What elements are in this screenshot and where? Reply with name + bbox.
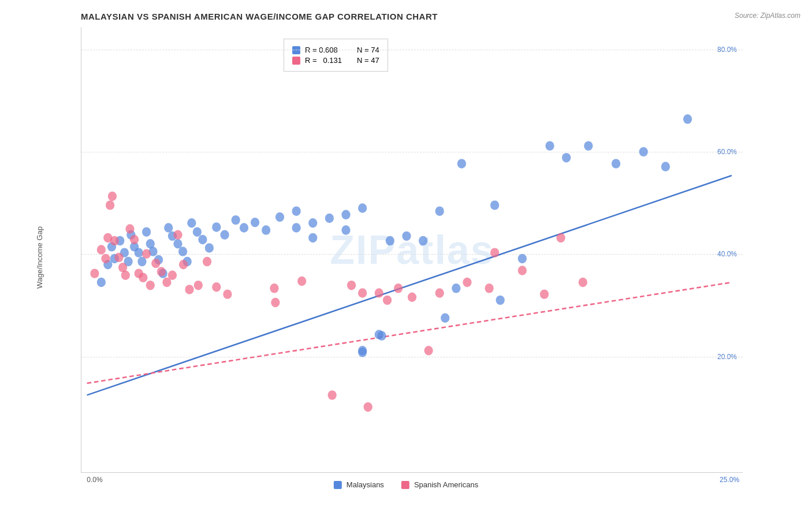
blue-dot [325,214,334,223]
pink-dot [364,402,373,412]
pink-dot [179,260,188,269]
blue-dot [212,222,221,232]
blue-dot [496,296,505,305]
legend-item-malaysians: Malaysians [334,480,384,489]
blue-dot [187,218,196,227]
pink-dot [394,283,403,293]
pink-dot [139,273,147,282]
pink-dot [223,289,232,298]
blue-dot [402,232,411,241]
blue-dot [97,278,106,287]
pink-dot [328,390,337,400]
blue-dot [220,230,229,240]
pink-dot [212,282,221,292]
blue-dot [308,218,317,227]
blue-dot [292,206,300,215]
pink-dot [101,254,110,263]
blue-dot [142,227,151,236]
blue-dot [198,235,207,244]
blue-dot [419,236,427,245]
pink-dot [435,288,444,297]
pink-dot [271,298,280,307]
x-tick-25: 25.0% [720,476,739,484]
pink-dot [110,236,119,245]
pink-dot [97,245,106,254]
pink-dot [106,200,114,210]
blue-dot [232,215,240,225]
blue-dot [308,233,317,242]
pink-dot [151,259,160,268]
pink-dot [556,233,565,242]
blue-dot [386,236,394,245]
blue-dot [178,247,187,256]
blue-dot [341,225,350,234]
pink-dot [485,283,493,293]
y-axis-label: Wage/Income Gap [35,226,44,289]
blue-dot [639,147,648,156]
blue-dot [683,114,692,124]
pink-dot [157,267,166,276]
pink-dot [168,270,177,279]
pink-dot [297,277,306,286]
chart-title: MALAYSIAN VS SPANISH AMERICAN WAGE/INCOM… [46,12,766,21]
blue-dot [435,206,444,215]
blue-dot [135,248,143,257]
bottom-legend: Malaysians Spanish Americans [334,480,478,489]
pink-dot [90,268,99,278]
blue-dot [262,225,270,234]
pink-dot [121,270,130,279]
legend-label-spanish-americans: Spanish Americans [414,480,478,489]
blue-dot [240,223,248,232]
blue-dot [612,159,620,168]
pink-dot [142,249,151,258]
pink-dot [463,278,471,287]
pink-dot [540,289,549,298]
blue-trend-line [87,176,732,395]
blue-dot [457,159,466,168]
blue-dot [358,348,367,357]
legend-square-spanish-americans [401,481,409,489]
pink-dot [490,248,499,257]
chart-area: ZIPatlas R = 0.608 N = 74 R = 0.131 N = … [81,27,743,473]
blue-dot [518,254,527,263]
pink-dot [130,235,139,244]
blue-dot [377,331,386,340]
blue-dot [193,227,202,236]
blue-dot [251,218,259,227]
pink-dot [194,281,203,290]
blue-dot [205,243,214,252]
pink-dot [185,285,193,294]
blue-dot [275,212,284,222]
pink-dot [108,192,117,201]
blue-dot [584,141,593,150]
blue-dot [441,313,449,322]
pink-dot [125,224,134,233]
blue-dot [490,200,499,210]
blue-dot [661,162,670,171]
pink-dot [579,278,587,287]
source-label: Source: ZipAtlas.com [735,12,800,20]
chart-container: MALAYSIAN VS SPANISH AMERICAN WAGE/INCOM… [0,0,812,515]
blue-dot [164,223,173,232]
pink-dot [347,281,356,290]
pink-dot [518,266,527,275]
blue-dot [452,283,460,293]
x-tick-0: 0.0% [87,476,102,484]
blue-dot [173,239,182,248]
blue-dot [545,141,554,150]
pink-dot [375,288,383,297]
legend-label-malaysians: Malaysians [347,480,384,489]
pink-dot [408,293,416,302]
pink-dot [270,283,278,293]
scatter-plot [81,27,743,472]
pink-dot [146,281,155,290]
pink-dot [114,253,123,262]
legend-item-spanish-americans: Spanish Americans [401,480,478,489]
blue-dot [562,153,571,162]
pink-dot [173,230,182,240]
pink-dot [383,296,392,305]
blue-dot [358,203,367,212]
pink-dot [358,288,367,297]
pink-dot [203,257,211,266]
legend-square-malaysians [334,481,342,489]
